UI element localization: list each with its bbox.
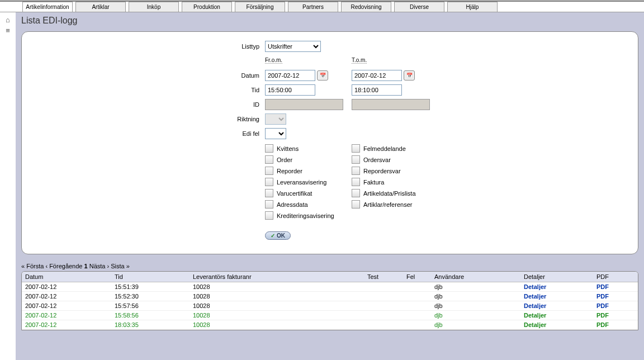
cell-user: djb [431,320,520,330]
pdf-link[interactable]: PDF [593,320,638,330]
th-datum[interactable]: Datum [22,272,111,282]
th-faknr[interactable]: Leverantörs fakturanr [190,272,364,282]
cell-faknr: 10028 [190,301,364,311]
chk-repordersvar[interactable] [352,167,360,175]
detaljer-link[interactable]: Detaljer [520,292,593,301]
chk-reporder[interactable] [265,167,273,175]
menu-diverse[interactable]: Diverse [394,2,444,12]
pager-current: 1 [84,263,88,269]
cell-datum: 2007-02-12 [22,301,111,311]
table-row: 2007-02-1215:52:3010028djbDetaljerPDF [22,292,638,301]
cell-faknr: 10028 [190,292,364,301]
th-test[interactable]: Test [364,272,403,282]
home-icon[interactable]: ⌂ [0,16,16,24]
chk-felmeddelande[interactable] [352,144,360,153]
cell-test [364,320,403,330]
cell-user: djb [431,311,520,320]
tid-from-input[interactable] [265,84,315,96]
detaljer-link[interactable]: Detaljer [520,311,593,320]
datum-tom-input[interactable] [352,70,402,81]
th-user[interactable]: Användare [431,272,520,282]
menu-produktion[interactable]: Produktion [182,2,232,12]
th-tid[interactable]: Tid [111,272,190,282]
chk-artiklar-ref[interactable] [352,200,360,209]
table-row: 2007-02-1215:57:5610028djbDetaljerPDF [22,301,638,311]
chk-ordersvar[interactable] [352,155,360,164]
detaljer-link[interactable]: Detaljer [520,282,593,292]
menu-inkop[interactable]: Inköp [129,2,179,12]
cell-datum: 2007-02-12 [22,311,111,320]
menu-artiklar[interactable]: Artiklar [75,2,126,12]
cell-fel [403,292,431,301]
th-detaljer[interactable]: Detaljer [520,272,593,282]
chk-varucertifikat[interactable] [265,189,273,197]
chk-krediteringsavisering[interactable] [265,211,273,220]
calendar-tom-icon[interactable]: 📅 [404,70,415,80]
filter-panel: Listtyp Utskrifter Fr.o.m. T.o.m. Datum [21,31,638,254]
cell-tid: 15:57:56 [111,301,190,311]
cell-fel [403,311,431,320]
label-tom: T.o.m. [352,57,367,64]
pdf-link[interactable]: PDF [593,292,638,301]
cell-fel [403,320,431,330]
table-row: 2007-02-1215:51:3910028djbDetaljerPDF [22,282,638,292]
cell-fel [403,301,431,311]
results-table: Datum Tid Leverantörs fakturanr Test Fel… [22,272,638,330]
pager-last[interactable]: Sista » [111,263,130,269]
datum-from-input[interactable] [265,70,315,81]
chk-artikeldata[interactable] [352,189,360,197]
chk-leveransavisering[interactable] [265,178,273,186]
pdf-link[interactable]: PDF [593,311,638,320]
detaljer-link[interactable]: Detaljer [520,320,593,330]
cell-test [364,301,403,311]
cell-tid: 18:03:35 [111,320,190,330]
listtyp-select[interactable]: Utskrifter [265,41,321,52]
edifel-select[interactable] [265,128,286,139]
cell-tid: 15:58:56 [111,311,190,320]
cell-faknr: 10028 [190,320,364,330]
menu-bar: Artikelinformation Artiklar Inköp Produk… [0,2,644,12]
label-riktning: Riktning [234,116,265,122]
cell-user: djb [431,292,520,301]
detaljer-link[interactable]: Detaljer [520,301,593,311]
th-pdf[interactable]: PDF [593,272,638,282]
table-row: 2007-02-1215:58:5610028djbDetaljerPDF [22,311,638,320]
menu-redovisning[interactable]: Redovisning [341,2,391,12]
id-from-input[interactable] [265,99,343,110]
pager-prev[interactable]: ‹ Föregående [45,263,82,269]
pdf-link[interactable]: PDF [593,301,638,311]
chk-adressdata[interactable] [265,200,273,209]
th-fel[interactable]: Fel [403,272,431,282]
pager-first[interactable]: « Första [21,263,44,269]
chk-faktura[interactable] [352,178,360,186]
cell-datum: 2007-02-12 [22,292,111,301]
cell-tid: 15:51:39 [111,282,190,292]
menu-forsaljning[interactable]: Försäljning [235,2,285,12]
cell-test [364,282,403,292]
calendar-from-icon[interactable]: 📅 [317,70,328,80]
pdf-link[interactable]: PDF [593,282,638,292]
label-datum: Datum [234,72,265,79]
list-icon[interactable]: ≡ [0,26,16,35]
cell-test [364,292,403,301]
cell-test [364,311,403,320]
cell-user: djb [431,301,520,311]
cell-faknr: 10028 [190,311,364,320]
id-tom-input[interactable] [352,99,430,110]
cell-user: djb [431,282,520,292]
label-id: ID [234,101,265,108]
pager-next[interactable]: Nästa › [89,263,109,269]
cell-datum: 2007-02-12 [22,282,111,292]
menu-hjalp[interactable]: Hjälp [447,2,498,12]
menu-partners[interactable]: Partners [288,2,338,12]
ok-button[interactable]: OK [265,231,291,240]
table-row: 2007-02-1218:03:3510028djbDetaljerPDF [22,320,638,330]
riktning-select [265,113,286,125]
menu-artikelinformation[interactable]: Artikelinformation [22,2,73,12]
cell-fel [403,282,431,292]
cell-tid: 15:52:30 [111,292,190,301]
label-from: Fr.o.m. [265,57,282,64]
tid-tom-input[interactable] [352,84,402,96]
chk-order[interactable] [265,155,273,164]
chk-kvittens[interactable] [265,144,273,153]
